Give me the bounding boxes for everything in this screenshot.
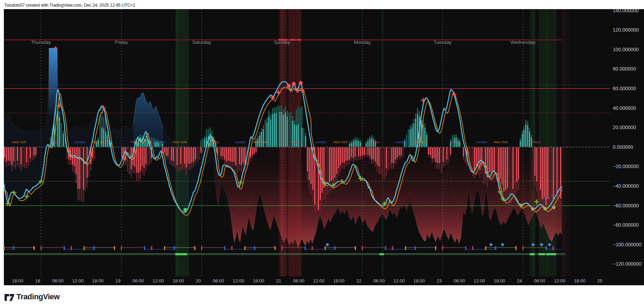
svg-text:Sunday: Sunday	[274, 40, 290, 45]
svg-text:Monday: Monday	[354, 40, 371, 45]
svg-text:New York: New York	[413, 140, 427, 144]
svg-text:New York: New York	[333, 140, 347, 144]
svg-text:New York: New York	[173, 140, 187, 144]
svg-text:−40.000000: −40.000000	[613, 183, 639, 189]
svg-text:Friday: Friday	[115, 40, 128, 45]
svg-text:18:00: 18:00	[12, 278, 24, 283]
svg-text:60.000000: 60.000000	[613, 86, 636, 91]
svg-text:12:00: 12:00	[393, 278, 405, 283]
svg-text:21: 21	[276, 278, 281, 283]
svg-text:New York: New York	[92, 140, 106, 144]
svg-text:36.56: 36.56	[543, 196, 550, 200]
svg-text:−120.000000: −120.000000	[613, 261, 642, 267]
svg-text:London: London	[316, 140, 327, 144]
svg-text:25: 25	[597, 278, 602, 283]
svg-text:06:00: 06:00	[213, 278, 224, 283]
svg-text:19: 19	[115, 278, 120, 283]
svg-text:12:00: 12:00	[474, 278, 485, 283]
svg-text:06:00: 06:00	[534, 278, 545, 283]
svg-text:18:00: 18:00	[253, 278, 264, 283]
svg-text:18: 18	[35, 278, 40, 283]
svg-text:06:00: 06:00	[453, 278, 465, 283]
svg-text:−20.000000: −20.000000	[613, 163, 639, 169]
svg-text:12:00: 12:00	[554, 278, 565, 283]
svg-text:0.000000: 0.000000	[613, 144, 633, 150]
svg-text:London: London	[476, 140, 487, 144]
svg-text:18:00: 18:00	[494, 278, 505, 283]
svg-text:Thursday: Thursday	[31, 40, 51, 45]
svg-text:12:00: 12:00	[313, 278, 325, 283]
svg-text:−100.000000: −100.000000	[613, 242, 642, 247]
svg-text:Tokyo: Tokyo	[371, 140, 380, 144]
svg-text:Tuesday: Tuesday	[434, 40, 452, 45]
svg-text:36.56: 36.56	[551, 194, 559, 198]
svg-text:18:00: 18:00	[173, 278, 184, 283]
svg-text:20: 20	[196, 278, 201, 283]
svg-text:London: London	[396, 140, 407, 144]
svg-text:18:00: 18:00	[413, 278, 425, 283]
svg-text:100.000000: 100.000000	[613, 47, 639, 52]
svg-text:23: 23	[437, 278, 441, 283]
svg-text:06:00: 06:00	[373, 278, 385, 283]
svg-text:20.000000: 20.000000	[613, 125, 636, 130]
svg-text:140.000000: 140.000000	[613, 8, 639, 13]
svg-text:24: 24	[517, 278, 522, 283]
svg-text:22: 22	[356, 278, 361, 283]
svg-text:Tokyo: Tokyo	[130, 140, 139, 144]
svg-text:Wednesday: Wednesday	[510, 40, 535, 45]
svg-text:Saturday: Saturday	[192, 40, 211, 45]
svg-text:TradingView: TradingView	[16, 293, 60, 301]
svg-text:12:00: 12:00	[233, 278, 244, 283]
svg-text:12:00: 12:00	[152, 278, 164, 283]
svg-text:Tokyo: Tokyo	[50, 140, 59, 144]
svg-text:12:00: 12:00	[72, 278, 84, 283]
svg-text:Twodots57 created with Trading: Twodots57 created with TradingView.com, …	[4, 3, 135, 8]
svg-text:06:00: 06:00	[132, 278, 144, 283]
svg-text:18:00: 18:00	[92, 278, 104, 283]
svg-text:18:00: 18:00	[333, 278, 345, 283]
svg-text:06:00: 06:00	[52, 278, 64, 283]
svg-text:Tokyo: Tokyo	[211, 140, 219, 144]
svg-text:New York: New York	[12, 140, 26, 144]
svg-text:London: London	[235, 140, 246, 144]
svg-text:18:00: 18:00	[574, 278, 586, 283]
svg-text:40.000000: 40.000000	[613, 105, 636, 111]
svg-text:120.000000: 120.000000	[613, 27, 639, 33]
svg-text:06:00: 06:00	[293, 278, 305, 283]
svg-text:Tokyo: Tokyo	[291, 140, 300, 144]
svg-text:London: London	[74, 140, 86, 144]
svg-text:London: London	[155, 140, 166, 144]
svg-text:−80.000000: −80.000000	[613, 222, 639, 228]
svg-text:Tokyo: Tokyo	[451, 140, 460, 144]
svg-text:−60.000000: −60.000000	[613, 203, 639, 208]
svg-text:80.000000: 80.000000	[613, 66, 636, 72]
svg-text:Tokyo: Tokyo	[532, 140, 540, 144]
svg-text:New York: New York	[494, 140, 508, 144]
svg-text:New York: New York	[253, 140, 267, 144]
